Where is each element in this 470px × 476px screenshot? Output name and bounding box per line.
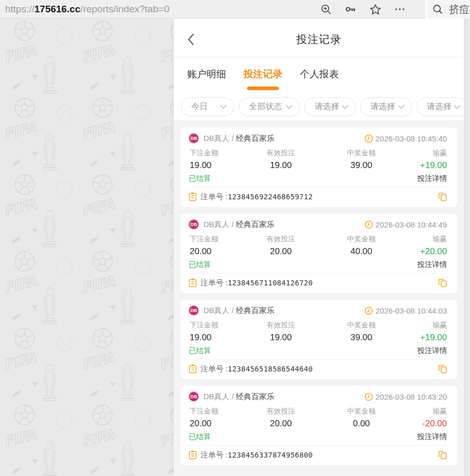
filter-bar: 今日 全部状态 请选择 请选择 请选择 [174, 93, 464, 121]
order-note-icon [189, 450, 197, 460]
tab-personal-report[interactable]: 个人报表 [300, 68, 339, 83]
copy-order-button[interactable] [438, 192, 447, 201]
bet-record-card: DB DB真人 / 经典百家乐 2026-03-08 10:45:40 下注金额… [180, 128, 457, 207]
chevron-down-icon [454, 105, 461, 109]
filter-label: 请选择 [315, 101, 339, 112]
address-bar-url[interactable]: https://175616.cc/reports/index?tab=0 [5, 4, 170, 15]
bet-record-card: DB DB真人 / 经典百家乐 2026-03-08 10:43:20 下注金额… [180, 386, 457, 465]
status-badge: 已结算 [189, 174, 211, 183]
game-name: 经典百家乐 [236, 306, 274, 315]
order-label: 注单号 : [200, 278, 228, 288]
password-key-icon[interactable] [344, 3, 357, 15]
order-note-icon [189, 278, 197, 287]
valid-amount: 19.00 [245, 160, 317, 171]
win-amount: 39.00 [317, 160, 406, 171]
bet-record-card: DB DB真人 / 经典百家乐 2026-03-08 10:44:03 下注金额… [180, 300, 457, 379]
more-options-icon[interactable] [394, 3, 406, 15]
clock-icon [364, 134, 373, 143]
filter-date-dropdown[interactable]: 今日 [181, 97, 234, 116]
order-label: 注单号 : [200, 450, 228, 460]
chevron-down-icon [220, 105, 227, 109]
clock-icon [364, 220, 373, 229]
clock-icon [364, 392, 373, 401]
order-number: 1238456922468659712 [228, 192, 313, 202]
col-label-valid: 有效投注 [245, 407, 317, 416]
order-label: 注单号 : [200, 364, 228, 374]
filter-label: 请选择 [371, 101, 395, 112]
bet-time: 2026-03-08 10:43:20 [376, 392, 447, 401]
col-label-valid: 有效投注 [245, 149, 317, 157]
bet-detail-link[interactable]: 投注详情 [417, 432, 447, 441]
copy-order-button[interactable] [438, 278, 447, 287]
provider-badge: DB [189, 133, 199, 143]
provider-name: DB真人 / 经典百家乐 [203, 220, 274, 230]
game-name: 经典百家乐 [236, 220, 274, 229]
col-label-result: 输赢 [406, 321, 447, 329]
bet-amount: 20.00 [189, 419, 245, 429]
browser-address-bar: https://175616.cc/reports/index?tab=0 [0, 0, 470, 18]
valid-amount: 20.00 [245, 246, 317, 257]
order-number: 1238456711084126720 [228, 278, 313, 288]
order-note-icon [189, 364, 197, 374]
record-list: DB DB真人 / 经典百家乐 2026-03-08 10:45:40 下注金额… [174, 121, 464, 476]
game-name: 经典百家乐 [236, 134, 274, 142]
col-label-bet: 下注金额 [189, 321, 245, 329]
col-label-valid: 有效投注 [245, 321, 317, 329]
filter-select-dropdown-1[interactable]: 请选择 [304, 97, 356, 116]
bet-time: 2026-03-08 10:44:49 [376, 220, 447, 229]
chevron-down-icon [285, 105, 293, 109]
filter-select-dropdown-3[interactable]: 请选择 [417, 97, 464, 116]
chevron-down-icon [398, 105, 405, 109]
bet-detail-link[interactable]: 投注详情 [417, 174, 447, 183]
bet-time: 2026-03-08 10:44:03 [376, 306, 447, 315]
col-label-win: 中奖金额 [317, 321, 406, 329]
col-label-bet: 下注金额 [189, 407, 245, 416]
provider-name: DB真人 / 经典百家乐 [203, 392, 274, 402]
tab-account-detail[interactable]: 账户明细 [187, 68, 226, 83]
bet-amount: 19.00 [189, 160, 245, 171]
col-label-result: 输赢 [406, 235, 447, 243]
back-button[interactable] [187, 33, 200, 46]
result-amount: +19.00 [406, 333, 447, 343]
search-icon [432, 4, 443, 15]
search-hint-text: 挤痘 [449, 3, 469, 16]
win-amount: 40.00 [317, 246, 406, 257]
status-badge: 已结算 [189, 260, 211, 269]
tab-bet-records[interactable]: 投注记录 [243, 68, 282, 83]
bet-detail-link[interactable]: 投注详情 [417, 260, 447, 269]
copy-order-button[interactable] [438, 450, 447, 460]
result-amount: -20.00 [406, 419, 447, 429]
result-amount: +20.00 [406, 246, 447, 257]
clock-icon [364, 306, 373, 315]
col-label-bet: 下注金额 [189, 235, 245, 243]
col-label-win: 中奖金额 [317, 407, 406, 416]
valid-amount: 20.00 [245, 419, 317, 429]
zoom-in-icon[interactable] [320, 3, 332, 15]
game-name: 经典百家乐 [236, 392, 274, 401]
status-badge: 已结算 [189, 346, 211, 355]
col-label-bet: 下注金额 [189, 149, 245, 157]
filter-status-dropdown[interactable]: 全部状态 [239, 97, 300, 116]
provider-name: DB真人 / 经典百家乐 [203, 134, 274, 143]
bet-time: 2026-03-08 10:45:40 [376, 134, 447, 143]
order-number: 1238456518586544640 [228, 364, 313, 374]
filter-select-dropdown-2[interactable]: 请选择 [360, 97, 412, 116]
bookmark-star-icon[interactable] [369, 3, 381, 15]
copy-order-button[interactable] [438, 364, 447, 374]
url-scheme: https:// [5, 4, 34, 14]
tab-bar: 账户明细 投注记录 个人报表 [174, 57, 464, 93]
search-divider [445, 4, 446, 14]
win-amount: 0.00 [317, 419, 406, 429]
provider-badge: DB [189, 391, 199, 402]
browser-toolbar-icons [320, 0, 406, 18]
browser-search-widget[interactable]: 挤痘 [425, 0, 470, 18]
bet-detail-link[interactable]: 投注详情 [417, 346, 447, 355]
copy-icon [438, 450, 447, 460]
win-amount: 39.00 [317, 333, 406, 343]
provider-name: DB真人 / 经典百家乐 [203, 306, 274, 316]
col-label-win: 中奖金额 [317, 235, 406, 243]
app-panel: 投注记录 账户明细 投注记录 个人报表 今日 全部状态 请选择 请选择 请选择 [174, 18, 464, 476]
col-label-result: 输赢 [406, 149, 447, 157]
filter-label: 请选择 [427, 101, 452, 112]
result-amount: +19.00 [406, 160, 447, 171]
